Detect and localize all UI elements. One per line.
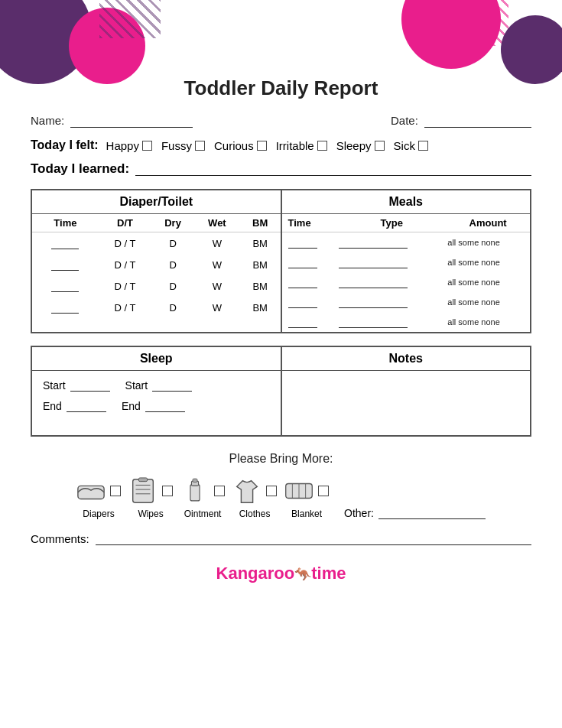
svg-rect-0: [78, 486, 104, 499]
ointment-checkbox[interactable]: [214, 486, 225, 496]
sleep-end-input-1[interactable]: [67, 399, 106, 412]
sleep-header: Sleep: [32, 347, 281, 371]
name-date-row: Name: Date:: [31, 114, 531, 128]
start-label-2: Start: [125, 379, 148, 392]
diaper-table: Time D/T Dry Wet BM D / T D W BM: [32, 214, 281, 318]
felt-happy-text: Happy: [106, 139, 139, 152]
sleep-section: Sleep Start Start End: [31, 346, 281, 436]
notes-header: Notes: [282, 347, 531, 371]
comments-label: Comments:: [31, 532, 89, 545]
learned-label: Today I learned:: [31, 161, 129, 177]
date-input-line[interactable]: [424, 114, 531, 128]
time-cell: [32, 232, 99, 255]
time-cell: [32, 297, 99, 318]
table-row: all some none: [282, 292, 531, 312]
felt-fussy-checkbox[interactable]: [195, 141, 205, 151]
sleep-start-input-2[interactable]: [152, 379, 192, 392]
comments-input-line[interactable]: [96, 531, 531, 545]
meal-col-time: Time: [282, 214, 338, 232]
sleep-end-1: End: [43, 399, 106, 412]
felt-irritable: Irritable: [276, 139, 327, 152]
felt-sleepy-checkbox[interactable]: [375, 141, 385, 151]
meal-time: [282, 312, 338, 332]
other-input-line[interactable]: [378, 506, 486, 519]
meal-amount: all some none: [446, 292, 530, 312]
felt-sleepy-text: Sleepy: [336, 139, 372, 152]
brand-logo: Kangaroo🦘time: [216, 564, 346, 583]
dt-cell: D / T: [99, 254, 151, 275]
felt-sick-text: Sick: [394, 139, 415, 152]
start-label-1: Start: [43, 379, 66, 392]
end-label-2: End: [122, 400, 141, 412]
learned-input-line[interactable]: [135, 162, 531, 176]
felt-curious-checkbox[interactable]: [257, 141, 267, 151]
comments-row: Comments:: [31, 531, 531, 545]
blanket-checkbox[interactable]: [318, 486, 329, 496]
page-title: Toddler Daily Report: [31, 76, 531, 100]
wet-cell: W: [194, 275, 240, 297]
meal-type: [337, 272, 446, 292]
felt-label: Today I felt:: [31, 138, 99, 152]
sleep-end-row: End End: [43, 399, 270, 412]
col-wet: Wet: [194, 214, 240, 232]
name-input-line[interactable]: [70, 114, 193, 128]
time-cell: [32, 275, 99, 297]
meal-time: [282, 272, 338, 292]
date-field: Date:: [391, 114, 531, 128]
diaper-header: Diaper/Toilet: [32, 190, 281, 214]
bring-wipes-icon-row: [128, 476, 173, 505]
table-row: all some none: [282, 312, 531, 332]
sleep-start-2: Start: [125, 379, 193, 392]
diaper-section: Diaper/Toilet Time D/T Dry Wet BM D / T: [31, 190, 281, 333]
felt-irritable-checkbox[interactable]: [317, 141, 327, 151]
bm-cell: BM: [240, 275, 281, 297]
bring-wipes: Wipes: [128, 476, 173, 519]
wipes-icon: [128, 476, 158, 505]
dry-cell: D: [151, 297, 194, 318]
svg-rect-1: [133, 479, 154, 502]
table-row: D / T D W BM: [32, 275, 281, 297]
bring-ointment-icon-row: [180, 476, 225, 505]
ointment-label: Ointment: [184, 509, 222, 519]
wipes-label: Wipes: [138, 509, 163, 519]
name-field: Name:: [31, 114, 193, 128]
sleep-end-input-2[interactable]: [145, 399, 185, 412]
clothes-checkbox[interactable]: [266, 486, 277, 496]
dt-cell: D / T: [99, 275, 151, 297]
main-grid: Diaper/Toilet Time D/T Dry Wet BM D / T: [31, 189, 531, 333]
notes-section: Notes: [281, 346, 531, 436]
learned-row: Today I learned:: [31, 161, 531, 177]
felt-happy-checkbox[interactable]: [142, 141, 152, 151]
table-row: all some none: [282, 272, 531, 292]
meal-col-type: Type: [337, 214, 446, 232]
col-time: Time: [32, 214, 99, 232]
felt-sick-checkbox[interactable]: [418, 141, 428, 151]
svg-rect-5: [138, 478, 147, 482]
bring-clothes: Clothes: [232, 476, 277, 519]
sleep-end-2: End: [122, 399, 185, 412]
end-label-1: End: [43, 400, 62, 412]
col-dt: D/T: [99, 214, 151, 232]
felt-curious: Curious: [214, 139, 267, 152]
brand-accent: time: [311, 564, 346, 583]
wet-cell: W: [194, 297, 240, 318]
felt-curious-text: Curious: [214, 139, 254, 152]
svg-rect-8: [193, 479, 197, 483]
meal-time: [282, 232, 338, 253]
other-label: Other:: [344, 507, 374, 519]
ointment-icon: [180, 476, 210, 505]
meal-type: [337, 232, 446, 253]
bm-cell: BM: [240, 297, 281, 318]
meal-type: [337, 252, 446, 272]
wipes-checkbox[interactable]: [162, 486, 173, 496]
sleep-start-input-1[interactable]: [70, 379, 110, 392]
felt-sick: Sick: [394, 139, 428, 152]
meals-table: Time Type Amount all some none a: [282, 214, 531, 332]
meal-time: [282, 292, 338, 312]
time-cell: [32, 254, 99, 275]
other-row: Other:: [344, 506, 486, 519]
meals-section: Meals Time Type Amount all some none: [281, 190, 531, 333]
sleep-start-1: Start: [43, 379, 110, 392]
diapers-checkbox[interactable]: [110, 486, 121, 496]
bring-blanket: Blanket: [284, 476, 329, 519]
